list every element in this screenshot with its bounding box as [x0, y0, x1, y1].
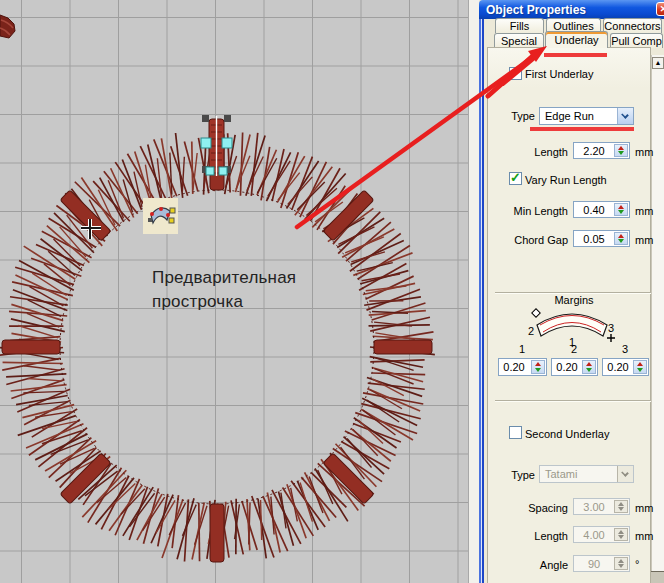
margin-2-input[interactable] — [553, 360, 581, 374]
margin-3-field[interactable] — [602, 358, 649, 376]
spacing-input — [575, 500, 613, 513]
first-underlay-label: First Underlay — [525, 68, 593, 80]
tab-pull-comp[interactable]: Pull Comp — [610, 33, 663, 48]
divider — [495, 400, 651, 402]
length2-spinner — [614, 528, 628, 541]
chevron-down-icon[interactable] — [617, 108, 633, 124]
margin-2-field[interactable] — [551, 358, 598, 376]
type1-value: Edge Run — [545, 110, 594, 122]
min-length-unit: mm — [635, 205, 653, 217]
length1-input[interactable] — [575, 144, 613, 157]
second-underlay-checkbox[interactable] — [509, 426, 522, 439]
spin-down-icon — [535, 368, 541, 372]
spin-down-icon — [618, 535, 624, 539]
margin-3-diagram-label: 3 — [608, 322, 614, 334]
second-underlay-label: Second Underlay — [525, 428, 609, 440]
spin-down-icon — [586, 368, 592, 372]
margin-2-label: 2 — [564, 343, 584, 355]
spin-up-icon — [586, 362, 592, 366]
spin-up-icon — [618, 502, 624, 506]
canvas-note-line2: прострочка — [152, 290, 243, 313]
length1-label: Length — [499, 146, 568, 158]
min-length-input[interactable] — [575, 203, 613, 216]
type2-value: Tatami — [545, 468, 577, 480]
spin-up-icon — [618, 205, 624, 209]
scroll-down-button[interactable] — [651, 571, 664, 583]
length1-unit: mm — [635, 146, 653, 158]
length2-input — [575, 528, 613, 541]
spin-down-icon — [618, 507, 624, 511]
panel-title: Object Properties — [486, 3, 586, 17]
type1-combobox[interactable]: Edge Run — [539, 107, 634, 125]
angle-label: Angle — [499, 559, 568, 571]
spin-down-icon — [618, 564, 624, 568]
spacing-label: Spacing — [499, 502, 568, 514]
chevron-down-icon — [617, 466, 633, 482]
length2-unit: mm — [635, 530, 653, 542]
check-icon: ✓ — [510, 65, 521, 80]
min-length-field[interactable] — [573, 201, 630, 218]
margin-3-label: 3 — [615, 343, 635, 355]
min-length-label: Min Length — [499, 205, 568, 217]
vary-run-length-checkbox[interactable]: ✓ — [509, 172, 522, 185]
chord-gap-label: Chord Gap — [499, 234, 568, 246]
length1-field[interactable] — [573, 142, 630, 159]
vary-run-length-label: Vary Run Length — [525, 174, 607, 186]
margin-1-spinner[interactable] — [531, 360, 545, 374]
margin-3-input[interactable] — [604, 360, 632, 374]
chord-gap-spinner[interactable] — [614, 232, 628, 245]
ring-satin-bars[interactable] — [2, 132, 432, 562]
margin-2-spinner[interactable] — [582, 360, 596, 374]
panel-titlebar[interactable]: Object Properties ✕ — [479, 0, 664, 19]
application-window: Предварительная прострочка Object Proper… — [0, 0, 664, 583]
margin-1-field[interactable] — [498, 358, 547, 376]
spin-down-icon — [637, 368, 643, 372]
angle-input — [575, 557, 613, 570]
chord-gap-unit: mm — [635, 234, 653, 246]
spin-up-icon — [618, 530, 624, 534]
object-properties-panel: Object Properties ✕ Fills Outlines Conne… — [479, 0, 664, 583]
margin-3-spinner[interactable] — [633, 360, 647, 374]
chord-gap-field[interactable] — [573, 230, 630, 247]
margin-2-diagram-label: 2 — [528, 325, 534, 337]
length2-field-disabled — [573, 526, 630, 543]
scroll-up-icon[interactable]: ▲ — [652, 57, 664, 69]
spacing-spinner — [614, 500, 628, 513]
stitch-blob[interactable] — [0, 15, 15, 38]
margin-1-input[interactable] — [500, 360, 528, 374]
spin-up-icon — [535, 362, 541, 366]
spin-up-icon — [637, 362, 643, 366]
spin-up-icon — [618, 234, 624, 238]
first-underlay-checkbox[interactable]: ✓ — [509, 67, 522, 80]
tab-fills[interactable]: Fills — [495, 18, 544, 33]
angle-field-disabled — [573, 555, 630, 572]
angle-unit: ° — [635, 558, 639, 570]
panel-window-border — [479, 19, 484, 583]
tab-underlay[interactable]: Underlay — [545, 31, 608, 48]
margins-diagram: 2 3 1 — [527, 305, 617, 347]
min-length-spinner[interactable] — [614, 203, 628, 216]
type2-combobox-disabled: Tatami — [539, 465, 634, 483]
spin-up-icon — [618, 559, 624, 563]
panel-gutter — [468, 0, 479, 583]
crosshair-cursor-icon — [80, 218, 102, 240]
spin-down-icon — [618, 151, 624, 155]
length2-label: Length — [499, 530, 568, 542]
curved-band-tool-cursor-icon — [143, 198, 178, 234]
spacing-field-disabled — [573, 498, 630, 515]
close-icon[interactable]: ✕ — [656, 2, 664, 16]
spin-down-icon — [618, 210, 624, 214]
margin-1-label: 1 — [512, 343, 532, 355]
length1-spinner[interactable] — [614, 144, 628, 157]
check-icon: ✓ — [510, 170, 521, 185]
spacing-unit: mm — [635, 502, 653, 514]
spin-down-icon — [618, 239, 624, 243]
type2-label: Type — [495, 469, 535, 481]
chord-gap-input[interactable] — [575, 232, 613, 245]
design-canvas[interactable]: Предварительная прострочка — [0, 0, 469, 583]
angle-spinner — [614, 557, 628, 570]
type1-label: Type — [495, 110, 535, 122]
spin-up-icon — [618, 146, 624, 150]
tab-special[interactable]: Special — [494, 33, 544, 48]
tab-connectors[interactable]: Connectors — [603, 18, 662, 33]
